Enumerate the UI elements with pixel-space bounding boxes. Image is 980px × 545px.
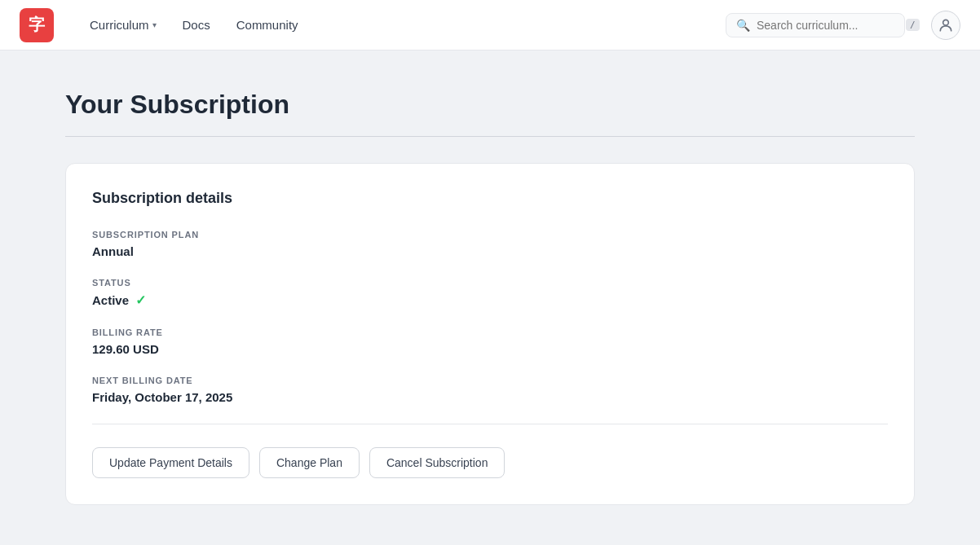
search-bar[interactable]: 🔍 /: [726, 13, 905, 37]
label-billing-rate: BILLING RATE: [92, 327, 888, 337]
cancel-subscription-button[interactable]: Cancel Subscription: [369, 447, 505, 478]
svg-point-0: [943, 20, 949, 25]
nav-docs[interactable]: Docs: [173, 13, 220, 37]
nav-links: Curriculum ▾ Docs Community: [80, 13, 700, 37]
label-next-billing-date: NEXT BILLING DATE: [92, 376, 888, 385]
search-kbd: /: [906, 19, 920, 31]
divider: [92, 424, 888, 424]
subscription-card: Subscription details SUBSCRIPTION PLAN A…: [65, 163, 915, 505]
user-avatar[interactable]: [931, 11, 960, 40]
page-title: Your Subscription: [65, 90, 915, 137]
logo-icon: 字: [20, 8, 54, 42]
search-input[interactable]: [757, 19, 899, 32]
value-status: Active ✓: [92, 292, 888, 308]
action-buttons: Update Payment Details Change Plan Cance…: [92, 447, 888, 478]
update-payment-button[interactable]: Update Payment Details: [92, 447, 249, 478]
value-subscription-plan: Annual: [92, 244, 888, 258]
label-subscription-plan: SUBSCRIPTION PLAN: [92, 230, 888, 240]
search-icon: 🔍: [736, 19, 750, 32]
card-title: Subscription details: [92, 190, 888, 207]
value-billing-rate: 129.60 USD: [92, 342, 888, 356]
nav-community[interactable]: Community: [227, 13, 308, 37]
field-status: STATUS Active ✓: [92, 278, 888, 308]
value-next-billing-date: Friday, October 17, 2025: [92, 390, 888, 404]
navbar: 字 Curriculum ▾ Docs Community 🔍 /: [0, 0, 980, 51]
label-status: STATUS: [92, 278, 888, 288]
logo[interactable]: 字: [20, 8, 54, 42]
main-content: Your Subscription Subscription details S…: [0, 51, 980, 544]
nav-curriculum[interactable]: Curriculum ▾: [80, 13, 166, 37]
field-billing-rate: BILLING RATE 129.60 USD: [92, 327, 888, 356]
chevron-down-icon: ▾: [152, 20, 157, 29]
change-plan-button[interactable]: Change Plan: [259, 447, 360, 478]
field-subscription-plan: SUBSCRIPTION PLAN Annual: [92, 230, 888, 258]
check-icon: ✓: [135, 292, 146, 308]
field-next-billing-date: NEXT BILLING DATE Friday, October 17, 20…: [92, 376, 888, 404]
